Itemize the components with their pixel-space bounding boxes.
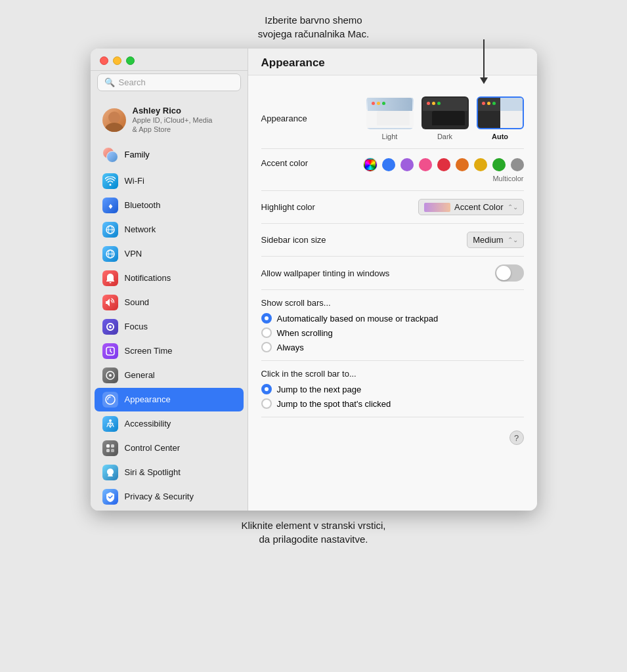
main-titlebar: Appearance [248, 49, 537, 75]
scroll-bars-radio-group: Automatically based on mouse or trackpad… [261, 313, 524, 352]
sidebar-item-bluetooth[interactable]: ⬧ Bluetooth [95, 194, 244, 217]
scroll-bars-section: Show scroll bars... Automatically based … [261, 290, 524, 361]
notifications-icon [102, 270, 118, 286]
general-icon [102, 368, 118, 383]
scroll-radio-scrolling[interactable]: When scrolling [261, 327, 524, 338]
sidebar-item-vpn[interactable]: VPN [95, 242, 244, 266]
svg-point-11 [106, 395, 115, 404]
radio-next-page-circle [261, 384, 272, 394]
sidebar-label-privacy: Privacy & Security [125, 492, 194, 501]
sidebar-label-sound: Sound [125, 297, 150, 307]
accent-pink[interactable] [419, 158, 432, 171]
main-content: Appearance Appearance Light [248, 49, 537, 511]
settings-content: Appearance Light Dark [248, 75, 537, 511]
radio-spot-circle [261, 398, 272, 409]
sidebar-label-focus: Focus [125, 322, 148, 331]
click-radio-next-page[interactable]: Jump to the next page [261, 384, 524, 394]
macos-window: 🔍 Search Ashley Rico Apple ID, iCloud+, … [91, 49, 537, 511]
click-scroll-section: Click in the scroll bar to... Jump to th… [261, 361, 524, 417]
annotation-bottom-line1: Kliknite element v stranski vrstici, [241, 520, 385, 531]
highlight-color-value: Accent Color [454, 202, 503, 212]
accent-red[interactable] [437, 158, 450, 171]
search-box[interactable]: 🔍 Search [97, 74, 241, 91]
sidebar-item-appearance[interactable]: Appearance [95, 388, 244, 411]
accent-yellow[interactable] [474, 158, 487, 171]
accent-green[interactable] [492, 158, 506, 171]
accent-gray[interactable] [511, 158, 524, 171]
appearance-option-light[interactable]: Light [366, 96, 414, 140]
window: 🔍 Search Ashley Rico Apple ID, iCloud+, … [91, 49, 537, 511]
appearance-options: Light Dark Auto [366, 96, 524, 140]
maximize-button[interactable] [126, 56, 135, 65]
appearance-label-dark: Dark [437, 133, 452, 140]
sidebar-icon-size-row: Sidebar icon size Medium ⌃⌄ [261, 224, 524, 257]
accent-blue[interactable] [382, 158, 395, 171]
sidebar-item-notifications[interactable]: Notifications [95, 266, 244, 290]
sidebar-icon-size-dropdown[interactable]: Medium ⌃⌄ [467, 232, 523, 248]
sidebar-item-wifi[interactable]: Wi-Fi [95, 169, 244, 193]
sidebar-item-privacy[interactable]: Privacy & Security [95, 485, 244, 509]
sidebar-label-appearance: Appearance [125, 394, 171, 404]
user-info: Ashley Rico Apple ID, iCloud+, Media& Ap… [133, 106, 213, 135]
scroll-bars-label: Show scroll bars... [261, 298, 524, 308]
scroll-radio-auto[interactable]: Automatically based on mouse or trackpad [261, 313, 524, 324]
annotation-bottom-line2: da prilagodite nastavitve. [259, 534, 368, 545]
accent-purple[interactable] [400, 158, 414, 171]
click-scroll-radio-group: Jump to the next page Jump to the spot t… [261, 384, 524, 409]
minimize-button[interactable] [113, 56, 121, 65]
appearance-setting-row: Appearance Light Dark [261, 89, 524, 149]
search-input[interactable]: Search [119, 77, 234, 87]
appearance-thumb-dark [422, 96, 469, 129]
sidebar-item-siri[interactable]: Siri & Spotlight [95, 461, 244, 484]
highlight-color-dropdown[interactable]: Accent Color ⌃⌄ [418, 199, 523, 215]
highlight-preview [424, 203, 450, 212]
traffic-lights [100, 56, 135, 65]
accent-multicolor[interactable] [364, 158, 377, 171]
wallpaper-tinting-row: Allow wallpaper tinting in windows [261, 257, 524, 290]
family-icon [102, 147, 118, 163]
sidebar-label-wifi: Wi-Fi [125, 176, 144, 186]
sidebar-label-network: Network [125, 224, 156, 234]
sidebar-item-network[interactable]: Network [95, 218, 244, 242]
close-button[interactable] [100, 56, 108, 65]
radio-scrolling-circle [261, 327, 272, 338]
network-icon [102, 222, 118, 238]
annotation-bottom: Kliknite element v stranski vrstici, da … [91, 518, 537, 546]
titlebar [91, 49, 248, 71]
user-profile[interactable]: Ashley Rico Apple ID, iCloud+, Media& Ap… [95, 100, 244, 140]
sidebar-item-focus[interactable]: Focus [95, 315, 244, 339]
sidebar-item-sound[interactable]: Sound [95, 291, 244, 314]
accent-orange[interactable] [456, 158, 469, 171]
sidebar: 🔍 Search Ashley Rico Apple ID, iCloud+, … [91, 49, 248, 511]
siri-icon [102, 465, 118, 480]
vpn-icon [102, 246, 118, 262]
appearance-thumb-auto [477, 96, 524, 129]
sidebar-item-accessibility[interactable]: Accessibility [95, 412, 244, 436]
accent-color-setting-row: Accent color Mul [261, 149, 524, 191]
annotation-arrow [483, 39, 485, 79]
sidebar-list: Wi-Fi ⬧ Bluetooth [91, 167, 248, 511]
sidebar-label-bluetooth: Bluetooth [125, 200, 161, 210]
avatar [102, 108, 126, 132]
sidebar-label-screentime: Screen Time [125, 346, 173, 356]
wallpaper-tinting-toggle[interactable] [495, 264, 524, 282]
accessibility-icon [102, 416, 118, 432]
sidebar-item-controlcenter[interactable]: Control Center [95, 436, 244, 460]
sidebar-label-controlcenter: Control Center [125, 443, 181, 453]
click-radio-spot[interactable]: Jump to the spot that's clicked [261, 398, 524, 409]
help-button[interactable]: ? [509, 430, 524, 445]
scroll-radio-always[interactable]: Always [261, 342, 524, 352]
click-radio-next-page-label: Jump to the next page [277, 385, 362, 394]
appearance-option-dark[interactable]: Dark [422, 96, 469, 140]
appearance-icon [102, 392, 118, 408]
sidebar-item-family[interactable]: Family [95, 143, 244, 167]
sidebar-item-general[interactable]: General [95, 364, 244, 387]
scroll-radio-always-label: Always [277, 343, 304, 352]
bluetooth-icon: ⬧ [102, 198, 118, 213]
click-scroll-label: Click in the scroll bar to... [261, 369, 524, 379]
chevron-up-down-icon2: ⌃⌄ [508, 236, 518, 243]
user-name: Ashley Rico [133, 106, 213, 116]
appearance-option-auto[interactable]: Auto [477, 96, 524, 140]
sidebar-label-siri: Siri & Spotlight [125, 467, 181, 477]
sidebar-item-screentime[interactable]: Screen Time [95, 339, 244, 363]
